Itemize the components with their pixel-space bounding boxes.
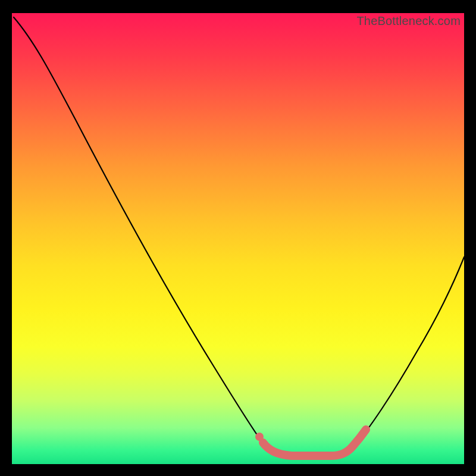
chart-frame: TheBottleneck.com: [12, 13, 464, 464]
bottleneck-curve: [14, 17, 464, 456]
highlight-start-dot: [255, 433, 264, 441]
chart-svg: [12, 13, 464, 464]
highlight-band: [263, 430, 366, 456]
